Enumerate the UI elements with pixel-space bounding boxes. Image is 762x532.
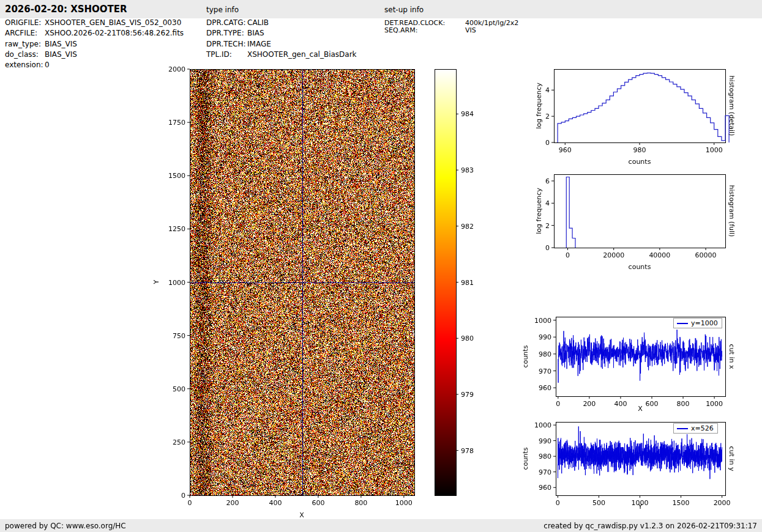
meta-row: do_class: BIAS_VIS <box>5 50 201 59</box>
svg-text:990: 990 <box>539 333 551 341</box>
svg-text:1000: 1000 <box>395 499 413 507</box>
svg-text:980: 980 <box>539 350 551 358</box>
svg-text:982: 982 <box>461 223 474 231</box>
type-info-heading: type info <box>206 6 239 14</box>
meta-key: ARCFILE: <box>5 29 37 37</box>
meta-row: SEQ.ARM: VIS <box>384 26 556 35</box>
qc-report-page: 2026-02-20: XSHOOTER type info set-up in… <box>0 0 762 532</box>
svg-text:500: 500 <box>173 385 185 393</box>
svg-text:1000: 1000 <box>706 400 723 408</box>
svg-text:0: 0 <box>181 492 185 500</box>
svg-text:20000: 20000 <box>603 251 624 259</box>
svg-text:960: 960 <box>539 384 551 392</box>
meta-value: BIAS <box>247 29 264 37</box>
svg-text:40000: 40000 <box>649 251 670 259</box>
svg-text:970: 970 <box>539 468 551 476</box>
meta-key: DPR.TYPE: <box>206 29 244 37</box>
svg-text:200: 200 <box>583 400 596 408</box>
svg-text:4: 4 <box>545 199 550 207</box>
meta-row: raw_type: BIAS_VIS <box>5 40 201 49</box>
cut-x-legend-swatch <box>677 323 688 324</box>
svg-text:2000: 2000 <box>714 499 731 507</box>
svg-text:970: 970 <box>539 368 551 375</box>
hist-detail-x-axis-label: counts <box>612 158 667 166</box>
meta-key: do_class: <box>5 50 39 59</box>
main-y-axis-label: Y <box>152 221 160 343</box>
cut-x-x-axis-label: X <box>613 405 668 413</box>
main-x-axis-label: X <box>274 511 329 519</box>
meta-row: ORIGFILE: XSHOOTER_GEN_BIAS_VIS_052_0030 <box>5 18 201 28</box>
hist-detail-side-label: histogram (detail) <box>728 45 736 167</box>
meta-value: IMAGE <box>247 40 271 48</box>
svg-text:0: 0 <box>188 499 192 507</box>
cut-x-side-label: cut in x <box>728 295 736 418</box>
cut-x-y-axis-label: counts <box>521 295 529 418</box>
svg-text:750: 750 <box>173 332 185 340</box>
svg-text:0: 0 <box>545 244 550 252</box>
svg-text:0: 0 <box>556 499 560 507</box>
svg-text:1000: 1000 <box>168 279 185 287</box>
header-bar: 2026-02-20: XSHOOTER type info set-up in… <box>0 0 762 18</box>
svg-text:984: 984 <box>461 110 474 118</box>
svg-text:960: 960 <box>539 484 551 492</box>
meta-value: 0 <box>45 61 50 69</box>
svg-text:200: 200 <box>226 499 239 507</box>
meta-row: TPL.ID: XSHOOTER_gen_cal_BiasDark <box>206 50 384 59</box>
svg-text:0: 0 <box>545 139 550 147</box>
svg-text:990: 990 <box>539 437 551 445</box>
meta-row: ARCFILE: XSHOO.2026-02-21T08:56:48.262.f… <box>5 29 201 38</box>
svg-text:1250: 1250 <box>168 225 185 233</box>
svg-text:980: 980 <box>461 334 474 342</box>
svg-text:980: 980 <box>633 146 646 154</box>
meta-row: DPR.CATG: CALIB <box>206 18 384 28</box>
main-image-canvas <box>190 69 414 495</box>
meta-row: DPR.TECH: IMAGE <box>206 40 384 49</box>
cut-y-legend-label: x=526 <box>691 424 714 432</box>
svg-text:1750: 1750 <box>168 119 185 127</box>
svg-text:4: 4 <box>545 86 550 94</box>
colorbar-canvas <box>435 69 456 495</box>
svg-text:1500: 1500 <box>168 172 185 180</box>
meta-key: DPR.CATG: <box>206 18 246 27</box>
hist-full-x-axis-label: counts <box>612 263 667 271</box>
meta-row: extension: 0 <box>5 61 201 70</box>
svg-text:1000: 1000 <box>706 146 723 154</box>
cut-y-legend-swatch <box>677 428 688 429</box>
hist-full-y-axis-label: log frequency <box>534 150 543 272</box>
meta-value: BIAS_VIS <box>45 50 77 59</box>
svg-text:1500: 1500 <box>673 499 690 507</box>
cut-y-y-axis-label: counts <box>521 397 529 520</box>
meta-value: XSHOO.2026-02-21T08:56:48.262.fits <box>45 29 184 37</box>
svg-text:978: 978 <box>461 447 474 455</box>
meta-key: SEQ.ARM: <box>384 26 417 34</box>
svg-text:1000: 1000 <box>534 421 551 429</box>
cut-y-legend: x=526 <box>673 423 718 434</box>
svg-text:800: 800 <box>677 400 690 408</box>
svg-text:0: 0 <box>556 400 560 408</box>
svg-text:500: 500 <box>592 499 605 507</box>
setup-info-heading: set-up info <box>384 6 424 14</box>
meta-key: raw_type: <box>5 40 41 48</box>
cut-y-x-axis-label: Y <box>613 503 668 511</box>
footer-created-by: created by qc_rawdisp.py v1.2.3 on 2026-… <box>543 522 757 530</box>
cut-x-legend: y=1000 <box>673 318 722 328</box>
meta-value: CALIB <box>247 18 269 27</box>
svg-text:981: 981 <box>461 279 474 287</box>
meta-value: XSHOOTER_GEN_BIAS_VIS_052_0030 <box>45 18 181 27</box>
svg-text:600: 600 <box>312 499 324 507</box>
svg-text:400: 400 <box>269 499 282 507</box>
svg-text:2: 2 <box>545 113 550 120</box>
svg-text:0: 0 <box>566 251 570 259</box>
svg-text:250: 250 <box>173 438 185 446</box>
cut-x-legend-label: y=1000 <box>691 319 718 327</box>
meta-key: extension: <box>5 61 43 69</box>
svg-text:800: 800 <box>354 499 367 507</box>
footer-powered-by: powered by QC: www.eso.org/HC <box>5 522 126 530</box>
svg-text:983: 983 <box>461 166 474 174</box>
svg-text:960: 960 <box>559 146 572 154</box>
cut-y-side-label: cut in y <box>728 397 736 520</box>
meta-value: BIAS_VIS <box>45 40 77 48</box>
page-title: 2026-02-20: XSHOOTER <box>5 4 127 15</box>
meta-key: ORIGFILE: <box>5 18 41 27</box>
meta-row: DPR.TYPE: BIAS <box>206 29 384 38</box>
